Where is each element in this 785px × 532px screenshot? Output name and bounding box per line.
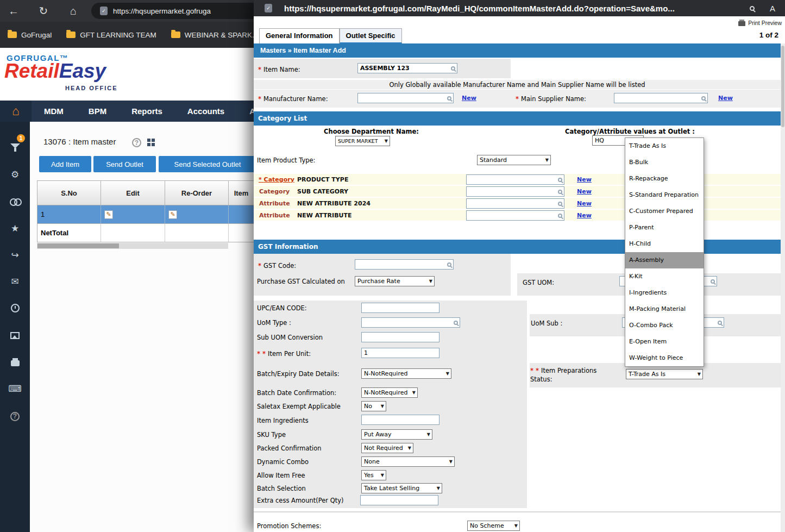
batch-selection-select[interactable]: Take Latest Selling ▼ [361, 483, 442, 493]
item-preparations-select[interactable]: T-Trade As Is ▼ [626, 369, 703, 379]
department-select[interactable]: SUPER MARKET ▼ [335, 136, 390, 146]
dropdown-option[interactable]: R-Repackage [625, 171, 704, 187]
saletax-select[interactable]: No ▼ [361, 401, 386, 411]
category-new-link[interactable]: New [577, 212, 592, 219]
dropdown-option[interactable]: H-Child [625, 236, 704, 252]
manufacturer-input[interactable] [357, 93, 454, 103]
dropdown-option[interactable]: B-Bulk [625, 154, 704, 171]
table-row[interactable]: 1 ✎ ✎ [37, 205, 254, 224]
promotion-select[interactable]: No Scheme ▼ [467, 521, 520, 531]
category-new-link[interactable]: New [577, 200, 592, 207]
printer-icon[interactable] [0, 354, 30, 370]
category-value-input[interactable] [466, 174, 564, 185]
category-type-link[interactable]: * Category [259, 176, 294, 183]
star-icon[interactable]: ★ [0, 220, 30, 236]
upc-input[interactable] [361, 303, 439, 313]
search-icon[interactable] [447, 262, 451, 267]
search-icon[interactable] [711, 279, 715, 284]
read-aloud-icon[interactable]: A [770, 4, 775, 13]
nav-item-bpm[interactable]: BPM [76, 101, 119, 122]
bookmark-webinar-spark[interactable]: WEBINAR & SPARK.. [171, 31, 256, 39]
refresh-icon[interactable]: ↻ [34, 2, 53, 20]
search-icon[interactable] [718, 321, 722, 325]
gear-icon[interactable]: ⚙ [0, 166, 30, 183]
help-icon[interactable]: ? [0, 408, 30, 424]
home-icon[interactable]: ⌂ [64, 2, 83, 20]
grid-view-icon[interactable] [147, 139, 155, 146]
item-ingredients-input[interactable] [361, 415, 439, 425]
purchase-gst-select[interactable]: Purchase Rate ▼ [355, 276, 435, 286]
bookmark-gft-learning-team[interactable]: GFT LEARNING TEAM [66, 31, 156, 39]
nav-item-accounts[interactable]: Accounts [175, 101, 237, 122]
category-value-input[interactable] [466, 198, 564, 209]
sub-uom-input[interactable] [361, 332, 439, 342]
search-icon[interactable] [454, 321, 458, 325]
dropdown-option[interactable]: I-Ingredients [625, 285, 704, 301]
search-icon[interactable] [558, 178, 562, 182]
clock-icon[interactable] [0, 300, 30, 316]
image-icon[interactable] [0, 327, 30, 343]
search-icon[interactable] [701, 96, 706, 101]
saletax-label: Saletax Exempt Applicable [257, 403, 341, 410]
popup-address-bar[interactable]: ✓ https://hqsupermarket.gofrugal.com/Ray… [254, 0, 785, 16]
main-supplier-input[interactable] [614, 93, 708, 103]
category-value-input[interactable] [466, 186, 564, 197]
table-hscrollbar[interactable] [37, 243, 228, 249]
dropdown-option[interactable]: K-Kit [625, 268, 704, 285]
batch-date-select[interactable]: N-NotRequired ▼ [361, 387, 418, 398]
add-item-button[interactable]: Add Item [39, 156, 91, 172]
nav-item-reports[interactable]: Reports [119, 101, 175, 122]
popup-vscrollbar-thumb[interactable] [781, 46, 784, 127]
filter-icon[interactable] [0, 140, 30, 156]
dropdown-option[interactable]: C-Customer Prepared [625, 203, 704, 220]
search-icon[interactable] [558, 190, 562, 194]
batch-expiry-select[interactable]: N-NotRequired ▼ [361, 368, 451, 379]
dropdown-option[interactable]: E-Open Item [625, 334, 704, 350]
search-icon[interactable] [451, 66, 455, 71]
dynamic-combo-select[interactable]: None ▼ [361, 456, 455, 467]
sku-type-select[interactable]: Put Away ▼ [361, 429, 432, 440]
address-bar[interactable]: ✓ https://hqsupermarket.gofruga [91, 3, 271, 19]
item-product-type-select[interactable]: Standard ▼ [477, 155, 551, 165]
item-name-input[interactable] [357, 63, 457, 73]
nav-item-mdm[interactable]: MDM [32, 101, 76, 122]
search-icon[interactable] [558, 202, 562, 206]
share-icon[interactable]: ↪ [0, 247, 30, 263]
zoom-icon[interactable] [750, 6, 755, 11]
edit-icon[interactable]: ✎ [168, 210, 177, 219]
gst-code-input[interactable] [355, 259, 454, 270]
packed-confirmation-select[interactable]: Not Required ▼ [361, 443, 413, 453]
category-value-input[interactable] [466, 210, 564, 221]
uom-type-label: UoM Type : [257, 319, 291, 327]
nav-home-tab[interactable]: ⌂ [0, 101, 32, 122]
send-selected-outlet-button[interactable]: Send Selected Outlet [159, 156, 256, 172]
dropdown-option[interactable]: P-Parent [625, 220, 704, 236]
back-icon[interactable]: ← [4, 2, 23, 20]
help-circle-icon[interactable]: ? [132, 138, 141, 147]
mail-icon[interactable]: ✉ [0, 273, 30, 290]
dropdown-option[interactable]: O-Combo Pack [625, 317, 704, 334]
send-outlet-button[interactable]: Send Outlet [93, 156, 156, 172]
edit-icon[interactable]: ✎ [104, 210, 113, 219]
tab-general-information[interactable]: General Information [259, 28, 340, 44]
dropdown-option-highlighted[interactable]: A-Assembly [625, 252, 704, 268]
extra-cess-input[interactable] [360, 495, 438, 505]
allow-item-free-select[interactable]: Yes ▼ [361, 470, 386, 480]
dropdown-option[interactable]: W-Weight to Piece [625, 350, 704, 366]
category-new-link[interactable]: New [577, 188, 592, 195]
bookmark-gofrugal[interactable]: GoFrugal [8, 31, 52, 39]
keyboard-icon[interactable]: ⌨ [0, 380, 30, 397]
link-icon[interactable] [0, 193, 30, 209]
dropdown-option[interactable]: M-Packing Material [625, 301, 704, 317]
category-new-link[interactable]: New [577, 176, 592, 183]
dropdown-option[interactable]: S-Standard Preparation [625, 187, 704, 203]
print-preview-button[interactable]: Print Preview [738, 20, 782, 26]
main-supplier-new-link[interactable]: New [718, 95, 733, 102]
tab-outlet-specific[interactable]: Outlet Specific [340, 28, 402, 44]
item-per-unit-input[interactable] [361, 348, 439, 358]
uom-type-input[interactable] [361, 317, 460, 328]
manufacturer-new-link[interactable]: New [462, 95, 476, 102]
search-icon[interactable] [447, 96, 451, 101]
search-icon[interactable] [558, 214, 562, 218]
dropdown-option[interactable]: T-Trade As Is [625, 138, 704, 154]
